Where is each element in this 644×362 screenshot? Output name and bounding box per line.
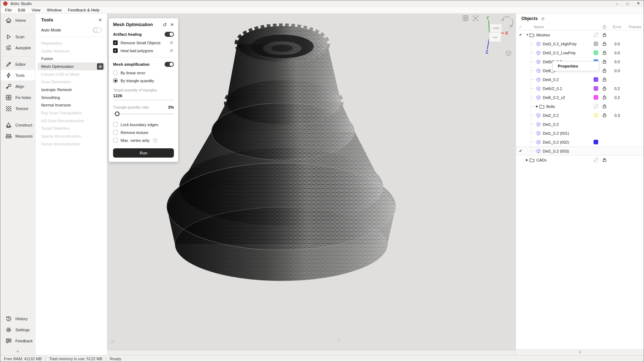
auto-mode-toggle[interactable]	[93, 28, 102, 33]
sidebar-item-settings[interactable]: Settings	[0, 324, 35, 335]
tool-settings-button[interactable]	[97, 63, 103, 70]
view-cube-icon[interactable]	[505, 50, 512, 57]
no-color-swatch[interactable]	[594, 33, 598, 37]
radio-by-linear-error[interactable]	[113, 70, 118, 75]
sidebar-item-scan[interactable]: Scan	[0, 31, 35, 42]
target-quantity-field[interactable]: 1226	[113, 92, 174, 100]
close-button[interactable]: ✕	[633, 0, 644, 6]
color-swatch-cell[interactable]	[591, 158, 600, 162]
sidebar-item-autopilot[interactable]: AAutopilot	[0, 43, 35, 53]
reset-icon[interactable]: ↺	[162, 22, 167, 28]
sidebar-item-editor[interactable]: Editor	[0, 59, 35, 69]
color-swatch-cell[interactable]	[591, 41, 600, 46]
sidebar-collapse-button[interactable]: «	[0, 349, 35, 354]
menu-file[interactable]: File	[2, 8, 15, 12]
color-swatch-cell[interactable]	[591, 77, 600, 82]
menu-view[interactable]: View	[28, 8, 44, 12]
objects-mesh-row-det1-0-2-002[interactable]: Det1_0.2 (002)	[516, 138, 644, 147]
sidebar-item-texture[interactable]: Texture	[0, 103, 35, 114]
color-swatch-cell[interactable]	[591, 86, 600, 91]
objects-mesh-row-det3-0-2-highpoly[interactable]: Det3_0.2_HighPoly0.0	[516, 39, 644, 48]
objects-folder-row-meshes[interactable]: ✓▼Meshes	[516, 30, 644, 39]
run-button[interactable]: Run	[113, 148, 174, 158]
objects-folder-row-cads[interactable]: ▶CADs	[516, 155, 644, 164]
lock-icon[interactable]	[602, 41, 606, 46]
objects-settings-gear-icon[interactable]	[541, 16, 545, 21]
slider-handle[interactable]	[115, 111, 119, 116]
minimize-button[interactable]: –	[611, 0, 622, 6]
artifact-healing-toggle[interactable]	[165, 32, 174, 37]
dialog-close-icon[interactable]: ✕	[170, 22, 174, 27]
tool-item-isotropic-remesh[interactable]: Isotropic Remesh	[35, 86, 107, 94]
chevron-right-icon[interactable]: ▶	[526, 158, 530, 162]
menu-feedback-help[interactable]: Feedback & Help	[65, 8, 103, 12]
mesh-simplification-toggle[interactable]	[165, 62, 174, 67]
lock-cell[interactable]	[600, 113, 609, 118]
grid-view-icon[interactable]	[463, 15, 468, 21]
lock-cell[interactable]	[600, 104, 609, 109]
chevron-down-icon[interactable]: ▼	[526, 33, 530, 36]
color-swatch[interactable]	[594, 140, 598, 144]
lock-cell[interactable]	[600, 50, 609, 55]
tools-close-icon[interactable]: ✕	[98, 18, 102, 23]
sidebar-item-construct[interactable]: Construct	[0, 120, 35, 130]
checkbox-max-vertex-arity[interactable]	[113, 138, 118, 143]
objects-mesh-row-det2-0-2[interactable]: Det2_0.20.3	[516, 111, 644, 120]
color-swatch[interactable]	[594, 77, 598, 82]
lock-icon[interactable]	[602, 77, 606, 82]
checkbox-lock-boundary-edges[interactable]	[113, 122, 118, 127]
lock-cell[interactable]	[600, 77, 609, 82]
color-swatch-cell[interactable]	[591, 113, 600, 118]
cube-face-back[interactable]: BACK	[493, 27, 499, 29]
tool-item-smoothing[interactable]: Smoothing	[35, 94, 107, 101]
checkbox-remove-texture[interactable]	[113, 130, 118, 135]
sidebar-item-align[interactable]: Align	[0, 81, 35, 91]
radio-by-triangle-quantity[interactable]	[113, 78, 118, 83]
viewport-history-icon[interactable]: ↺	[110, 339, 114, 345]
objects-folder-row-bolts[interactable]: ▶Bolts	[516, 102, 644, 111]
color-swatch-cell[interactable]	[591, 50, 600, 55]
lock-icon[interactable]	[602, 113, 606, 118]
viewport-light-icon[interactable]	[336, 338, 342, 344]
row-checkbox[interactable]: ✓	[516, 149, 525, 153]
ratio-slider[interactable]	[113, 111, 174, 116]
maximize-button[interactable]: □	[622, 0, 633, 6]
sidebar-item-fix-holes[interactable]: Fix holes	[0, 92, 35, 103]
color-swatch-cell[interactable]	[591, 95, 600, 100]
lock-icon[interactable]	[602, 50, 606, 55]
lock-cell[interactable]	[600, 41, 609, 46]
color-swatch[interactable]	[594, 95, 598, 100]
objects-mesh-row-det1-0-2-003[interactable]: ✓Det1_0.2 (003)	[516, 147, 644, 155]
sidebar-item-measures[interactable]: Measures	[0, 131, 35, 141]
tool-item-fusion[interactable]: Fusion	[35, 55, 107, 63]
color-swatch[interactable]	[594, 86, 598, 91]
lock-icon[interactable]	[602, 33, 606, 37]
lock-icon[interactable]	[602, 59, 606, 64]
lock-cell[interactable]	[600, 68, 609, 73]
sidebar-item-home[interactable]: Home	[0, 15, 35, 25]
lock-cell[interactable]	[600, 59, 609, 64]
lock-cell[interactable]	[600, 33, 609, 37]
panel-expander[interactable]: »	[516, 349, 644, 355]
objects-mesh-row-det4-0-2[interactable]: Det4_0.2	[516, 75, 644, 84]
color-swatch-cell[interactable]	[591, 140, 600, 144]
lock-icon[interactable]	[602, 68, 606, 73]
no-color-swatch[interactable]	[594, 104, 598, 109]
lock-icon[interactable]	[602, 95, 606, 100]
menu-edit[interactable]: Edit	[15, 8, 29, 12]
color-swatch[interactable]	[594, 113, 598, 118]
objects-mesh-row-det1-0-2-001[interactable]: Det1_0.2 (001)	[516, 129, 644, 138]
lock-cell[interactable]	[600, 86, 609, 91]
lock-cell[interactable]	[600, 158, 609, 162]
tool-item-normal-inversion[interactable]: Normal Inversion	[35, 101, 107, 109]
color-swatch[interactable]	[594, 41, 598, 46]
checkbox-heal-bad-polygons[interactable]: ✓	[113, 48, 118, 53]
color-swatch-cell[interactable]	[591, 104, 600, 109]
lock-icon[interactable]	[602, 104, 606, 109]
rotate-arrows-icon[interactable]	[500, 14, 516, 30]
fit-view-icon[interactable]	[473, 15, 478, 21]
lock-icon[interactable]	[602, 158, 606, 162]
sidebar-item-tools[interactable]: Tools	[0, 70, 35, 80]
objects-mesh-row-det3-0-2-lowpoly[interactable]: Det3_0.2_LowPoly0.0	[516, 48, 644, 57]
checkbox-remove-small-objects[interactable]: ✓	[113, 40, 118, 45]
